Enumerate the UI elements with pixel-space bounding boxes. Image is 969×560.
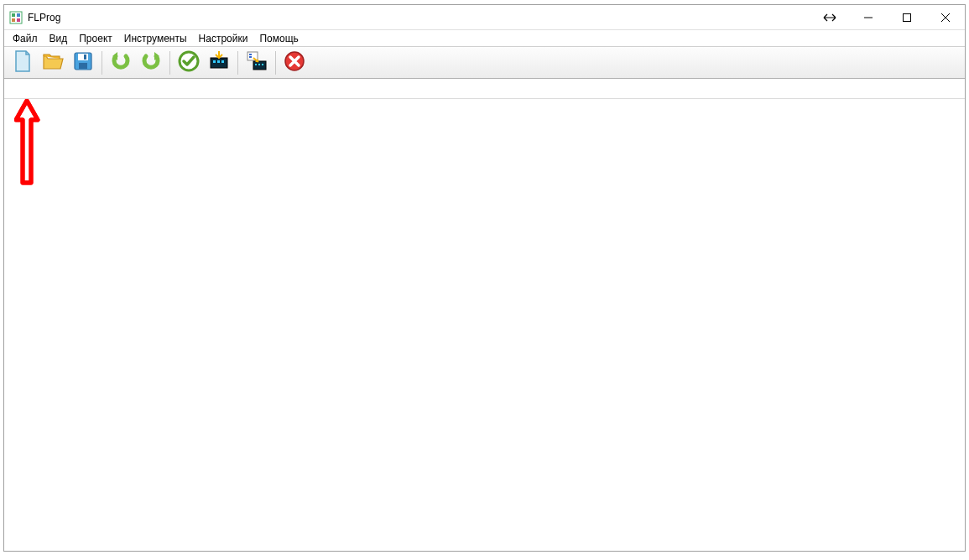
content-area — [4, 99, 965, 551]
svg-rect-6 — [904, 13, 911, 21]
toolbar-separator — [102, 51, 102, 75]
window-controls — [810, 5, 965, 29]
svg-rect-23 — [258, 64, 260, 65]
svg-rect-24 — [262, 64, 263, 65]
new-file-button[interactable] — [8, 49, 38, 76]
compile-button[interactable] — [204, 49, 234, 76]
save-button[interactable] — [68, 49, 98, 76]
maximize-button[interactable] — [888, 5, 926, 30]
app-window: FLProg Файл Вид Проект Инструменты Настр… — [3, 4, 966, 552]
resize-arrows-icon — [810, 5, 849, 30]
app-icon — [9, 11, 23, 24]
svg-rect-17 — [221, 60, 224, 63]
check-button[interactable] — [174, 49, 204, 76]
svg-rect-19 — [249, 54, 252, 55]
undo-button[interactable] — [106, 49, 136, 76]
toolbar-separator — [169, 51, 170, 75]
new-file-icon — [11, 49, 34, 75]
secondary-toolbar — [4, 79, 965, 99]
menubar: Файл Вид Проект Инструменты Настройки По… — [4, 30, 965, 47]
minimize-button[interactable] — [849, 5, 888, 30]
undo-icon — [109, 49, 133, 75]
compile-icon — [207, 49, 231, 75]
stop-icon — [283, 49, 306, 75]
svg-rect-12 — [84, 54, 86, 60]
svg-rect-10 — [78, 54, 88, 60]
close-button[interactable] — [926, 5, 965, 30]
svg-rect-1 — [12, 13, 15, 17]
annotation-arrow-icon — [14, 99, 48, 194]
stop-button[interactable] — [279, 49, 310, 76]
upload-icon — [245, 49, 268, 75]
svg-rect-15 — [213, 60, 216, 63]
upload-button[interactable] — [242, 49, 272, 76]
svg-rect-16 — [217, 60, 220, 63]
menu-help[interactable]: Помощь — [254, 31, 303, 46]
save-icon — [71, 49, 95, 75]
open-folder-button[interactable] — [38, 49, 68, 76]
svg-rect-4 — [17, 18, 20, 22]
svg-rect-3 — [12, 18, 15, 22]
menu-view[interactable]: Вид — [44, 31, 73, 46]
svg-rect-20 — [249, 56, 252, 58]
menu-file[interactable]: Файл — [8, 31, 43, 46]
menu-settings[interactable]: Настройки — [194, 31, 253, 46]
titlebar: FLProg — [4, 5, 965, 30]
svg-rect-2 — [17, 13, 20, 17]
check-icon — [177, 49, 201, 75]
toolbar-separator — [237, 51, 238, 75]
svg-rect-11 — [79, 63, 87, 69]
window-title: FLProg — [28, 12, 60, 23]
open-folder-icon — [41, 49, 65, 75]
redo-button[interactable] — [136, 49, 166, 76]
menu-project[interactable]: Проект — [74, 31, 117, 46]
svg-rect-22 — [255, 64, 257, 65]
menu-tools[interactable]: Инструменты — [119, 31, 192, 46]
toolbar — [4, 47, 965, 79]
redo-icon — [139, 49, 163, 75]
toolbar-separator — [275, 51, 276, 75]
